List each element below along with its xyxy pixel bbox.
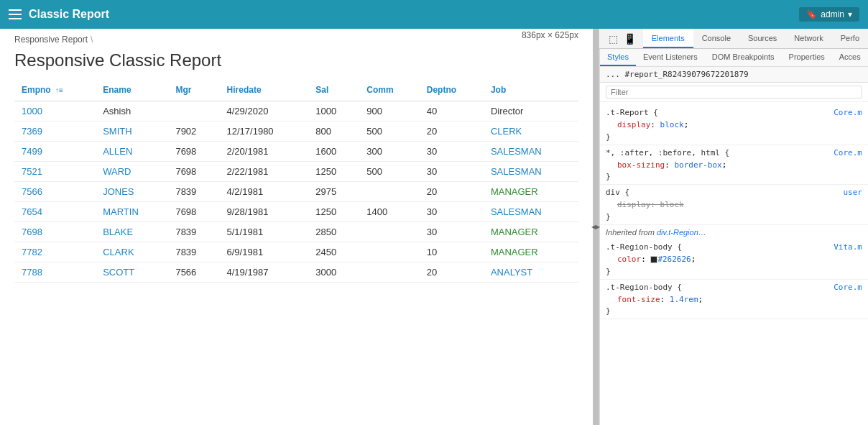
table-cell[interactable]: SMITH: [96, 122, 168, 142]
tab-properties[interactable]: Properties: [782, 49, 832, 66]
table-cell: [359, 262, 419, 283]
table-cell[interactable]: WARD: [96, 162, 168, 182]
rule-property: color: #262626;: [606, 253, 862, 267]
col-comm: Comm: [359, 79, 419, 101]
rule-source[interactable]: Core.m: [834, 108, 862, 117]
hamburger-icon[interactable]: [9, 9, 22, 19]
table-cell[interactable]: 7698: [14, 222, 96, 242]
app-title: Classic Report: [29, 8, 109, 21]
table-cell[interactable]: 7782: [14, 242, 96, 262]
table-cell: 9/28/1981: [220, 202, 309, 222]
table-cell: 7698: [168, 142, 219, 162]
table-cell: 4/2/1981: [220, 182, 309, 202]
tab-sources[interactable]: Sources: [739, 29, 785, 48]
table-cell[interactable]: 7788: [14, 262, 96, 283]
inspect-icon[interactable]: ⬚: [607, 32, 619, 46]
table-row: 7698BLAKE78395/1/1981285030MANAGER: [14, 222, 578, 242]
table-cell[interactable]: 7499: [14, 142, 96, 162]
table-cell[interactable]: SCOTT: [96, 262, 168, 283]
col-job: Job: [484, 79, 578, 101]
table-cell: MANAGER: [484, 222, 578, 242]
main-layout: 836px × 625px Responsive Report \ Respon…: [0, 29, 868, 425]
tab-event-listeners[interactable]: Event Listeners: [636, 49, 705, 66]
tab-styles[interactable]: Styles: [600, 49, 636, 66]
device-icon[interactable]: 📱: [622, 32, 637, 46]
table-cell: 800: [308, 122, 359, 142]
rule-property: display: block: [606, 198, 862, 212]
tab-dom-breakpoints[interactable]: DOM Breakpoints: [705, 49, 782, 66]
rule-brace: }: [606, 306, 862, 316]
style-rule: Core.m.t-Report {display: block;}: [600, 105, 868, 145]
table-cell: SALESMAN: [484, 162, 578, 182]
table-cell[interactable]: 7369: [14, 122, 96, 142]
table-cell[interactable]: CLARK: [96, 242, 168, 262]
table-cell: 4/29/2020: [220, 101, 309, 122]
devtools-content: ▼<class="tag">div class="t-Body-contentI…: [599, 49, 868, 425]
tab-network[interactable]: Network: [785, 29, 831, 48]
table-cell: 1250: [308, 202, 359, 222]
devtools-panel: ⬚ 📱 Elements Console Sources Network Per…: [599, 29, 868, 425]
table-cell[interactable]: MARTIN: [96, 202, 168, 222]
style-rule: Vita.m.t-Region-body {color: #262626;}: [600, 239, 868, 280]
table-cell[interactable]: BLAKE: [96, 222, 168, 242]
table-cell: 4/19/1987: [220, 262, 309, 283]
table-cell: 2/20/1981: [220, 142, 309, 162]
table-cell: 20: [420, 122, 484, 142]
table-cell: 2850: [308, 222, 359, 242]
table-cell[interactable]: 7566: [14, 182, 96, 202]
table-cell: 6/9/1981: [220, 242, 309, 262]
table-cell: SALESMAN: [484, 202, 578, 222]
breadcrumb-link[interactable]: Responsive Report: [14, 35, 88, 45]
table-cell: 2/22/1981: [220, 162, 309, 182]
rule-property: font-size: 1.4rem;: [606, 293, 862, 307]
tab-console[interactable]: Console: [693, 29, 739, 48]
styles-tabs: Styles Event Listeners DOM Breakpoints P…: [600, 49, 868, 67]
table-cell: [359, 182, 419, 202]
rule-source[interactable]: user: [844, 188, 863, 197]
table-cell: 7839: [168, 242, 219, 262]
table-cell: 300: [359, 142, 419, 162]
inherited-from: Inherited from div.t-Region…: [600, 225, 868, 239]
table-cell: 7566: [168, 262, 219, 283]
rule-brace: }: [606, 172, 862, 181]
dimension-badge: 836px × 625px: [522, 30, 578, 40]
user-badge[interactable]: 🔖 admin ▾: [799, 7, 859, 22]
table-cell: 7698: [168, 202, 219, 222]
table-cell[interactable]: Ashish: [96, 101, 168, 122]
styles-filter-input[interactable]: [606, 86, 862, 99]
styles-filter: [600, 83, 868, 102]
table-cell[interactable]: JONES: [96, 182, 168, 202]
table-cell: 30: [420, 162, 484, 182]
table-row: 7566JONES78394/2/1981297520MANAGER: [14, 182, 578, 202]
style-rule: userdiv {display: block}: [600, 185, 868, 225]
element-selector-dots: ...: [606, 70, 625, 79]
table-row: 7521WARD76982/22/1981125050030SALESMAN: [14, 162, 578, 182]
col-empno[interactable]: Empno ↑≡: [14, 79, 96, 101]
table-cell: 1000: [308, 101, 359, 122]
table-cell: [359, 222, 419, 242]
element-selector: #report_R82439079672201879: [625, 70, 749, 79]
table-cell[interactable]: 1000: [14, 101, 96, 122]
table-cell[interactable]: ALLEN: [96, 142, 168, 162]
table-cell: SALESMAN: [484, 142, 578, 162]
table-row: 7782CLARK78396/9/1981245010MANAGER: [14, 242, 578, 262]
table-body: 1000Ashish4/29/2020100090040Director7369…: [14, 101, 578, 283]
col-deptno: Deptno: [420, 79, 484, 101]
rule-source[interactable]: Core.m: [834, 148, 862, 157]
report-panel: 836px × 625px Responsive Report \ Respon…: [0, 29, 593, 425]
table-cell[interactable]: 7654: [14, 202, 96, 222]
tab-elements[interactable]: Elements: [643, 29, 693, 48]
bookmark-icon: 🔖: [806, 9, 817, 19]
tab-performance[interactable]: Perfo: [832, 29, 868, 48]
resize-handle[interactable]: [593, 29, 599, 425]
rule-source[interactable]: Vita.m: [834, 242, 862, 252]
table-cell: 5/1/1981: [220, 222, 309, 242]
table-cell: MANAGER: [484, 182, 578, 202]
rule-source[interactable]: Core.m: [834, 283, 862, 292]
rule-brace: }: [606, 132, 862, 142]
rule-property: box-sizing: border-box;: [606, 159, 862, 173]
table-cell[interactable]: 7521: [14, 162, 96, 182]
table-cell: ANALYST: [484, 262, 578, 283]
tab-accessibility[interactable]: Acces: [832, 49, 868, 66]
table-cell: 20: [420, 182, 484, 202]
